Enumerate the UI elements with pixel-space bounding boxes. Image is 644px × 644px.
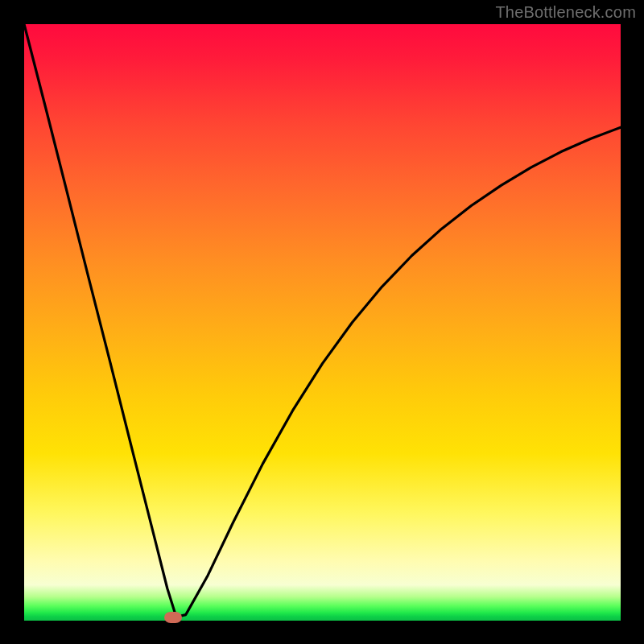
watermark-text: TheBottleneck.com bbox=[495, 3, 636, 22]
minimum-marker bbox=[164, 612, 182, 623]
bottleneck-curve bbox=[24, 24, 621, 621]
plot-area bbox=[24, 24, 621, 621]
chart-frame: TheBottleneck.com bbox=[0, 0, 644, 644]
